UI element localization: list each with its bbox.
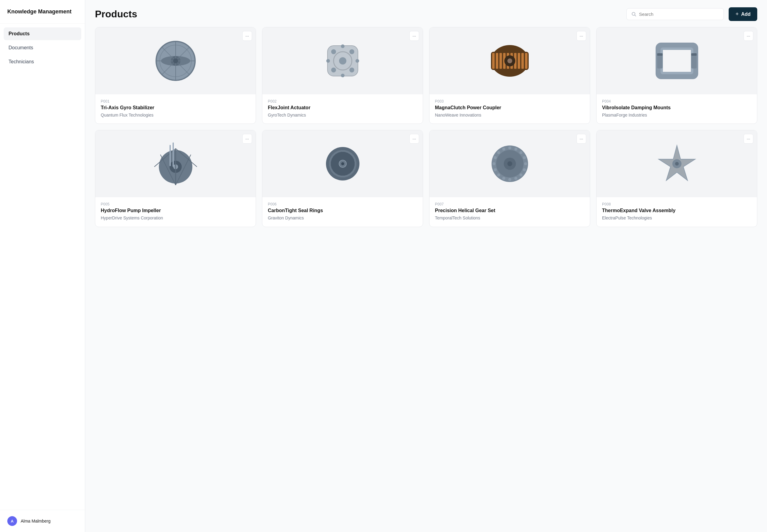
card-name: CarbonTight Seal Rings	[268, 208, 417, 214]
product-card[interactable]: ··· P005 HydroFlow Pump Impeller HyperDr…	[95, 130, 256, 227]
more-icon: ···	[412, 33, 416, 38]
svg-point-11	[173, 58, 178, 63]
svg-rect-37	[659, 46, 695, 76]
main-header: Products + Add	[85, 0, 767, 27]
svg-point-85	[524, 162, 527, 165]
product-card[interactable]: ··· P006 CarbonTight Seal Rings Graviton…	[262, 130, 423, 227]
svg-point-95	[497, 151, 500, 154]
svg-point-87	[519, 173, 522, 177]
card-body: P006 CarbonTight Seal Rings Graviton Dyn…	[262, 197, 423, 226]
sidebar: Knowledge Management Products Documents …	[0, 0, 85, 532]
product-image	[653, 37, 701, 85]
svg-point-94	[493, 156, 496, 159]
product-image	[151, 139, 200, 188]
sidebar-item-technicians[interactable]: Technicians	[4, 55, 81, 68]
more-icon: ···	[245, 136, 249, 141]
page-title: Products	[95, 9, 137, 20]
more-icon: ···	[747, 33, 750, 38]
card-company: GyroTech Dynamics	[268, 112, 417, 118]
avatar: A	[7, 516, 17, 526]
card-more-button[interactable]: ···	[242, 134, 252, 144]
svg-rect-33	[521, 53, 524, 69]
card-body: P003 MagnaClutch Power Coupler NanoWeave…	[429, 94, 590, 124]
product-card[interactable]: ··· P003 MagnaClutch Power Coupler NanoW…	[429, 27, 590, 124]
card-body: P001 Tri-Axis Gyro Stabilizer Quantum Fl…	[95, 94, 256, 124]
svg-point-22	[355, 59, 359, 63]
card-id: P004	[602, 99, 751, 103]
svg-point-56	[341, 162, 344, 165]
add-button[interactable]: + Add	[729, 7, 757, 21]
svg-point-19	[341, 44, 345, 48]
user-name: Alma Malmberg	[21, 519, 51, 523]
svg-point-97	[508, 146, 511, 149]
more-icon: ···	[412, 136, 416, 141]
card-id: P008	[602, 202, 751, 206]
card-id: P003	[435, 99, 584, 103]
card-id: P002	[268, 99, 417, 103]
svg-point-86	[523, 168, 526, 171]
product-image	[151, 37, 200, 85]
card-name: Tri-Axis Gyro Stabilizer	[101, 105, 250, 111]
product-card[interactable]: ··· P002 FlexJoint Actuator GyroTech Dyn…	[262, 27, 423, 124]
card-image-area: ···	[429, 130, 590, 197]
search-input[interactable]	[639, 12, 719, 17]
more-icon: ···	[580, 136, 583, 141]
card-image-area: ···	[262, 27, 423, 94]
search-bar[interactable]	[626, 8, 724, 20]
svg-point-98	[514, 148, 517, 151]
card-more-button[interactable]: ···	[576, 31, 586, 41]
svg-rect-34	[525, 53, 527, 69]
card-name: MagnaClutch Power Coupler	[435, 105, 584, 111]
card-name: VibroIsolate Damping Mounts	[602, 105, 751, 111]
svg-point-14	[339, 57, 346, 65]
product-card[interactable]: ··· P004 VibroIsolate Damping Mounts Pla…	[596, 27, 757, 124]
card-body: P008 ThermoExpand Valve Assembly Electra…	[597, 197, 757, 226]
card-more-button[interactable]: ···	[409, 134, 419, 144]
svg-point-91	[497, 173, 500, 177]
card-more-button[interactable]: ···	[409, 31, 419, 41]
sidebar-nav: Products Documents Technicians	[0, 24, 85, 510]
svg-point-89	[508, 178, 511, 181]
card-more-button[interactable]: ···	[576, 134, 586, 144]
card-more-button[interactable]: ···	[744, 31, 753, 41]
svg-point-20	[341, 74, 345, 77]
sidebar-item-documents[interactable]: Documents	[4, 41, 81, 54]
svg-point-36	[507, 58, 512, 63]
card-more-button[interactable]: ···	[242, 31, 252, 41]
svg-rect-32	[518, 53, 520, 69]
product-card[interactable]: ··· P008 ThermoExpand Valve Assembly Ele…	[596, 130, 757, 227]
product-card[interactable]: ··· P001 Tri-Axis Gyro Stabilizer Quantu…	[95, 27, 256, 124]
card-more-button[interactable]: ···	[744, 134, 753, 144]
card-company: ElectraPulse Technologies	[602, 215, 751, 221]
svg-line-1	[635, 15, 636, 16]
svg-point-100	[523, 156, 526, 159]
product-card[interactable]: ··· P007 Precision Helical Gear Set Temp…	[429, 130, 590, 227]
card-id: P006	[268, 202, 417, 206]
card-company: HyperDrive Systems Corporation	[101, 215, 250, 221]
svg-rect-26	[496, 53, 498, 69]
svg-rect-25	[492, 53, 495, 69]
svg-rect-42	[691, 53, 697, 56]
card-body: P002 FlexJoint Actuator GyroTech Dynamic…	[262, 94, 423, 124]
card-body: P005 HydroFlow Pump Impeller HyperDrive …	[95, 197, 256, 226]
card-id: P001	[101, 99, 250, 103]
card-name: HydroFlow Pump Impeller	[101, 208, 250, 214]
svg-point-93	[492, 162, 496, 165]
products-grid: ··· P001 Tri-Axis Gyro Stabilizer Quantu…	[85, 27, 767, 237]
svg-point-90	[502, 177, 505, 180]
more-icon: ···	[580, 33, 583, 38]
card-name: Precision Helical Gear Set	[435, 208, 584, 214]
card-image-area: ···	[95, 27, 256, 94]
svg-point-16	[349, 49, 354, 54]
svg-rect-51	[173, 142, 174, 167]
svg-rect-38	[662, 49, 692, 73]
svg-point-18	[349, 68, 354, 72]
header-actions: + Add	[626, 7, 757, 21]
card-image-area: ···	[95, 130, 256, 197]
product-image	[318, 37, 367, 85]
product-image	[485, 37, 534, 85]
svg-point-21	[326, 59, 330, 63]
card-body: P007 Precision Helical Gear Set Temporal…	[429, 197, 590, 226]
sidebar-item-products[interactable]: Products	[4, 27, 81, 40]
card-company: NanoWeave Innovations	[435, 112, 584, 118]
